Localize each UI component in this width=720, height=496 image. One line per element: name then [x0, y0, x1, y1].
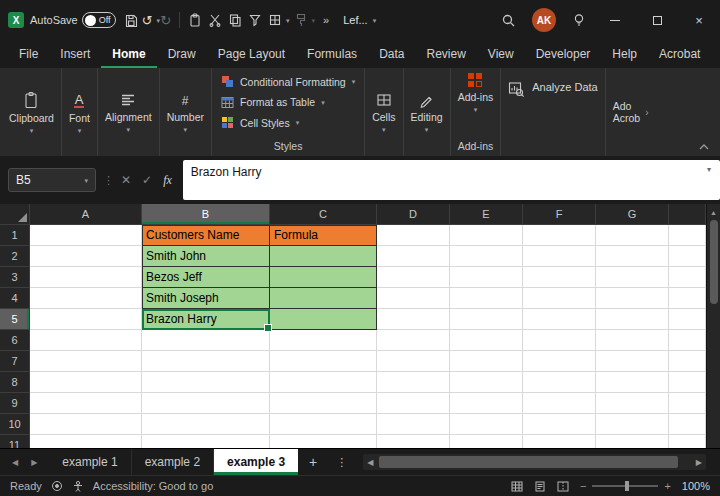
cell-G1[interactable] [596, 225, 669, 246]
cell-D9[interactable] [377, 393, 450, 414]
row-header-6[interactable]: 6 [0, 330, 30, 351]
row-header-3[interactable]: 3 [0, 267, 30, 288]
page-layout-view-button[interactable] [534, 481, 546, 492]
sheet-nav-left-button[interactable]: ◀ [12, 458, 18, 467]
cell-B8[interactable] [142, 372, 270, 393]
cell-E6[interactable] [450, 330, 523, 351]
cell-B9[interactable] [142, 393, 270, 414]
cell-D6[interactable] [377, 330, 450, 351]
cell-G2[interactable] [596, 246, 669, 267]
zoom-slider-knob[interactable] [625, 481, 629, 491]
cell-G7[interactable] [596, 351, 669, 372]
cell-E9[interactable] [450, 393, 523, 414]
cell-C10[interactable] [270, 414, 377, 435]
column-header-F[interactable]: F [523, 204, 596, 225]
sheet-nav-right-button[interactable]: ▶ [31, 458, 37, 467]
cell-F3[interactable] [523, 267, 596, 288]
cell-B2[interactable]: Smith John [142, 246, 270, 267]
sheet-tab-example-3[interactable]: example 3 [214, 449, 298, 475]
cell-E1[interactable] [450, 225, 523, 246]
formula-enter-button[interactable]: ✓ [142, 173, 152, 187]
cell-F5[interactable] [523, 309, 596, 330]
save-button[interactable] [124, 13, 138, 27]
cell-A4[interactable] [30, 288, 142, 309]
cell-A8[interactable] [30, 372, 142, 393]
cell-C4[interactable] [270, 288, 377, 309]
cell-B3[interactable]: Bezos Jeff [142, 267, 270, 288]
row-header-1[interactable]: 1 [0, 225, 30, 246]
cell-G6[interactable] [596, 330, 669, 351]
cell-F8[interactable] [523, 372, 596, 393]
column-header-B[interactable]: B [142, 204, 270, 225]
insert-function-button[interactable]: fx [163, 173, 172, 188]
formula-input[interactable]: Brazon Harry ▾ [183, 160, 720, 200]
cell-D7[interactable] [377, 351, 450, 372]
editing-group-button[interactable]: Editing ▾ [404, 68, 451, 156]
maximize-button[interactable] [636, 0, 678, 40]
horizontal-scrollbar[interactable]: ◀ ▶ [363, 454, 706, 470]
ideas-lightbulb-button[interactable] [572, 13, 586, 28]
ribbon-tab-formulas[interactable]: Formulas [296, 40, 368, 68]
column-header-A[interactable]: A [30, 204, 142, 225]
addins-button[interactable]: Add-ins ▾ [458, 72, 494, 113]
qat-overflow-button[interactable]: » [323, 14, 329, 26]
cell-D4[interactable] [377, 288, 450, 309]
cell-D5[interactable] [377, 309, 450, 330]
document-menu[interactable]: Lef... ▾ [343, 14, 376, 26]
cell-C8[interactable] [270, 372, 377, 393]
number-group-button[interactable]: # Number ▾ [160, 68, 212, 156]
cell-A1[interactable] [30, 225, 142, 246]
ribbon-tab-data[interactable]: Data [368, 40, 415, 68]
row-header-4[interactable]: 4 [0, 288, 30, 309]
cell-C3[interactable] [270, 267, 377, 288]
cell-E10[interactable] [450, 414, 523, 435]
acrobat-group-button[interactable]: Ado Acrob › [606, 68, 656, 156]
copy-button[interactable] [228, 13, 242, 27]
cell-F10[interactable] [523, 414, 596, 435]
cell-E3[interactable] [450, 267, 523, 288]
cell-C1[interactable]: Formula [270, 225, 377, 246]
row-header-7[interactable]: 7 [0, 351, 30, 372]
page-break-view-button[interactable] [557, 481, 569, 492]
ribbon-tab-draw[interactable]: Draw [157, 40, 207, 68]
ribbon-tab-view[interactable]: View [477, 40, 525, 68]
ribbon-tab-file[interactable]: File [8, 40, 49, 68]
sheet-options-button[interactable]: ⋮ [328, 449, 355, 475]
cells-group-button[interactable]: Cells ▾ [365, 68, 403, 156]
column-header-D[interactable]: D [377, 204, 450, 225]
cell-E7[interactable] [450, 351, 523, 372]
borders-button[interactable]: ▾ [268, 13, 290, 27]
autosave-toggle[interactable]: AutoSave Off [30, 12, 116, 28]
row-header-10[interactable]: 10 [0, 414, 30, 435]
ribbon-tab-developer[interactable]: Developer [525, 40, 602, 68]
cell-F7[interactable] [523, 351, 596, 372]
cell-G10[interactable] [596, 414, 669, 435]
format-painter-button[interactable]: ▾ [294, 13, 316, 27]
select-all-button[interactable] [0, 204, 30, 225]
cell-F2[interactable] [523, 246, 596, 267]
cell-B1[interactable]: Customers Name [142, 225, 270, 246]
cell-G11[interactable] [596, 435, 669, 448]
ribbon-collapse-button[interactable] [699, 144, 709, 150]
cell-F4[interactable] [523, 288, 596, 309]
cell-B5[interactable]: Brazon Harry [142, 309, 270, 330]
name-box[interactable]: B5 ▾ [8, 168, 96, 192]
ribbon-tab-acrobat[interactable]: Acrobat [648, 40, 711, 68]
search-button[interactable] [501, 13, 516, 28]
ribbon-tab-home[interactable]: Home [101, 40, 156, 68]
sheet-tab-example-2[interactable]: example 2 [132, 449, 214, 475]
minimize-button[interactable] [594, 0, 636, 40]
alignment-group-button[interactable]: Alignment ▾ [98, 68, 160, 156]
vscroll-thumb[interactable] [710, 220, 718, 304]
hscroll-right-button[interactable]: ▶ [696, 458, 702, 467]
cell-A6[interactable] [30, 330, 142, 351]
cell-D1[interactable] [377, 225, 450, 246]
macro-record-button[interactable] [51, 480, 63, 492]
cell-C2[interactable] [270, 246, 377, 267]
cut-button[interactable] [208, 13, 222, 27]
cell-B11[interactable] [142, 435, 270, 448]
row-header-11[interactable]: 11 [0, 435, 30, 448]
cell-G5[interactable] [596, 309, 669, 330]
cell-A11[interactable] [30, 435, 142, 448]
ribbon-tab-power-pivot[interactable]: Power Pivot [711, 40, 720, 68]
